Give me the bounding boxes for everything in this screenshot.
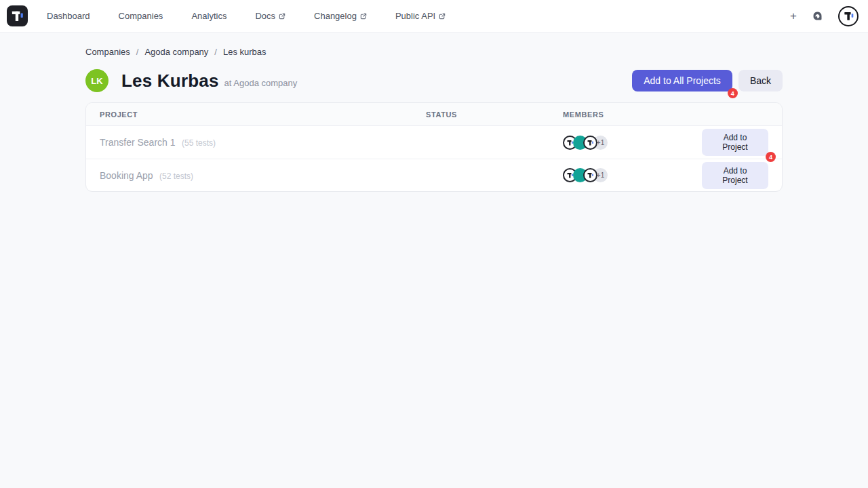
top-navigation: Dashboard Companies Analytics Docs Chang…: [0, 0, 868, 33]
project-tests-count: (52 tests): [159, 171, 193, 181]
page-subtitle: at Agoda company: [224, 78, 298, 88]
add-to-all-projects-button[interactable]: Add to All Projects 4: [632, 70, 732, 92]
nav-item-dashboard[interactable]: Dashboard: [47, 11, 90, 21]
search-icon: [812, 10, 823, 22]
nav-links: Dashboard Companies Analytics Docs Chang…: [47, 11, 446, 21]
column-header-members: MEMBERS: [549, 110, 702, 119]
page-title: Les Kurbas: [121, 70, 219, 92]
nav-item-docs[interactable]: Docs: [255, 11, 285, 21]
header-actions: Add to All Projects 4 Back: [632, 70, 783, 92]
app-logo[interactable]: [7, 5, 28, 26]
column-header-status: STATUS: [412, 110, 549, 119]
breadcrumb-companies[interactable]: Companies: [85, 47, 130, 57]
add-to-project-button[interactable]: Add to Project: [702, 162, 768, 189]
notification-badge: 4: [728, 88, 738, 98]
nav-item-companies[interactable]: Companies: [119, 11, 163, 21]
project-name-link[interactable]: Booking App: [100, 170, 153, 181]
person-avatar: LK: [85, 69, 108, 92]
brand-t-icon: [10, 9, 25, 24]
user-avatar[interactable]: [838, 6, 859, 26]
brand-t-icon: [587, 139, 594, 146]
breadcrumb-separator: /: [214, 47, 217, 57]
project-name-link[interactable]: Transfer Search 1: [100, 137, 176, 148]
member-avatar: [583, 136, 597, 150]
back-button[interactable]: Back: [738, 70, 783, 92]
search-button[interactable]: [812, 10, 823, 22]
brand-t-icon: [843, 10, 854, 22]
breadcrumb-separator: /: [136, 47, 139, 57]
add-new-button[interactable]: +: [790, 10, 797, 22]
external-link-icon: [439, 13, 446, 20]
add-to-project-button[interactable]: Add to Project 4: [702, 129, 768, 156]
project-tests-count: (55 tests): [182, 138, 216, 148]
nav-item-public-api[interactable]: Public API: [395, 11, 446, 21]
nav-item-analytics[interactable]: Analytics: [191, 11, 226, 21]
table-header-row: PROJECT STATUS MEMBERS: [86, 103, 782, 126]
main-content: Companies / Agoda company / Les kurbas L…: [85, 33, 783, 192]
member-avatar: [583, 168, 597, 182]
page-header: LK Les Kurbas at Agoda company Add to Al…: [85, 69, 783, 92]
external-link-icon: [360, 13, 367, 20]
breadcrumb: Companies / Agoda company / Les kurbas: [85, 47, 783, 57]
column-header-project: PROJECT: [86, 110, 412, 119]
table-row-transfer-search-1: Transfer Search 1 (55 tests) +1: [86, 126, 782, 159]
members-avatar-stack[interactable]: +1: [563, 136, 702, 150]
external-link-icon: [279, 13, 285, 20]
brand-t-icon: [587, 171, 594, 179]
nav-item-changelog[interactable]: Changelog: [314, 11, 367, 21]
projects-table: PROJECT STATUS MEMBERS Transfer Search 1…: [85, 102, 783, 192]
members-avatar-stack[interactable]: +1: [563, 168, 702, 182]
breadcrumb-agoda-company[interactable]: Agoda company: [144, 47, 208, 57]
topnav-right: +: [790, 6, 859, 26]
table-row-booking-app: Booking App (52 tests) +1 Add: [86, 159, 782, 191]
breadcrumb-les-kurbas[interactable]: Les kurbas: [223, 47, 267, 57]
